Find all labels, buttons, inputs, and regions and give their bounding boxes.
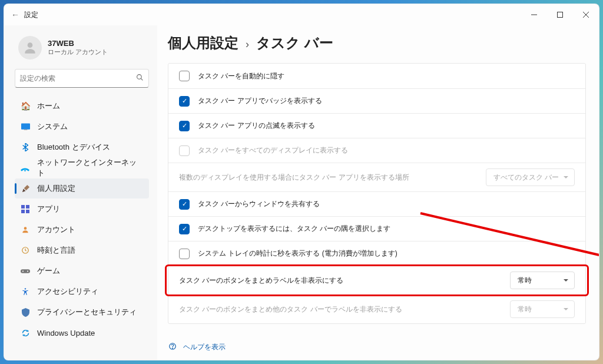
checkbox-off[interactable] — [179, 71, 190, 81]
checkbox-off[interactable] — [179, 249, 190, 259]
svg-rect-1 — [558, 12, 563, 18]
feedback-icon — [168, 360, 177, 360]
nav-home[interactable]: 🏠ホーム — [15, 96, 149, 116]
checkbox-on[interactable]: ✓ — [179, 96, 190, 107]
row-label: システム トレイの時計に秒を表示する (電力消費が増加します) — [198, 249, 575, 259]
dropdown-value: すべてのタスク バー — [493, 173, 559, 183]
checkbox-on[interactable]: ✓ — [179, 121, 190, 131]
dropdown-multi-display: すべてのタスク バー — [486, 168, 575, 186]
window-title: 設定 — [24, 10, 38, 20]
row-share-window[interactable]: ✓ タスク バーからウィンドウを共有する — [168, 191, 585, 216]
nav-time[interactable]: 時刻と言語 — [15, 240, 149, 260]
nav-accounts[interactable]: アカウント — [15, 220, 149, 240]
svg-point-5 — [137, 75, 142, 80]
nav-label: Windows Update — [37, 329, 95, 337]
home-icon: 🏠 — [21, 101, 30, 111]
link-label: ヘルプを表示 — [183, 342, 226, 352]
svg-point-4 — [28, 42, 33, 48]
nav-label: アクセシビリティ — [37, 286, 98, 297]
footer-links: ヘルプを表示 フィードバックの送信 — [168, 338, 586, 360]
row-combine-labels[interactable]: タスク バーのボタンをまとめラベルを非表示にする 常時 — [168, 266, 585, 294]
svg-point-14 — [24, 227, 27, 230]
account-block[interactable]: 37WEB ローカル アカウント — [15, 30, 153, 69]
apps-icon — [21, 204, 30, 214]
nav-accessibility[interactable]: アクセシビリティ — [15, 282, 149, 302]
row-label: タスク バーを自動的に隠す — [198, 71, 575, 81]
nav-label: Bluetooth とデバイス — [37, 142, 110, 153]
breadcrumb-parent[interactable]: 個人用設定 — [168, 34, 238, 52]
nav-label: 個人用設定 — [37, 183, 75, 194]
settings-panel: タスク バーを自動的に隠す ✓ タスク バー アプリでバッジを表示する ✓ タス… — [168, 63, 586, 324]
row-show-seconds[interactable]: システム トレイの時計に秒を表示する (電力消費が増加します) — [168, 241, 585, 266]
help-link[interactable]: ヘルプを表示 — [168, 338, 586, 356]
svg-point-9 — [25, 170, 26, 171]
svg-point-17 — [22, 270, 24, 272]
nav-list: 🏠ホーム システム Bluetooth とデバイス ネットワークとインターネット… — [15, 96, 153, 343]
checkbox-disabled — [179, 145, 190, 156]
system-icon — [21, 122, 30, 131]
dropdown-value: 常時 — [518, 305, 532, 315]
row-combine-labels-other: タスク バーのボタンをまとめ他のタスク バーでラベルを非表示にする 常時 — [168, 294, 585, 323]
search-input[interactable] — [20, 74, 136, 82]
personalization-icon — [21, 184, 30, 193]
row-label: デスクトップを表示するには、タスク バーの隅を選択します — [198, 224, 575, 234]
breadcrumb-current: タスク バー — [256, 34, 333, 52]
row-label: タスク バーからウィンドウを共有する — [198, 199, 575, 209]
nav-system[interactable]: システム — [15, 117, 149, 137]
nav-label: ネットワークとインターネット — [37, 157, 143, 178]
svg-point-18 — [27, 270, 28, 272]
row-label: タスク バーのボタンをまとめラベルを非表示にする — [179, 276, 502, 286]
avatar — [18, 36, 42, 59]
account-name: 37WEB — [48, 39, 108, 48]
privacy-icon — [21, 307, 30, 317]
bluetooth-icon — [21, 143, 30, 152]
nav-label: アプリ — [37, 204, 60, 214]
link-label: フィードバックの送信 — [183, 360, 254, 360]
row-show-desktop[interactable]: ✓ デスクトップを表示するには、タスク バーの隅を選択します — [168, 216, 585, 241]
row-label: 複数のディスプレイを使用する場合にタスク バー アプリを表示する場所 — [179, 173, 478, 183]
row-badges[interactable]: ✓ タスク バー アプリでバッジを表示する — [168, 88, 585, 113]
svg-rect-13 — [26, 210, 29, 213]
checkbox-on[interactable]: ✓ — [179, 199, 190, 210]
nav-bluetooth[interactable]: Bluetooth とデバイス — [15, 137, 149, 157]
back-button[interactable]: ← — [11, 10, 24, 19]
titlebar: ← 設定 — [4, 4, 599, 25]
nav-personalization[interactable]: 個人用設定 — [15, 178, 149, 198]
svg-point-19 — [25, 288, 26, 289]
row-flashing[interactable]: ✓ タスク バー アプリの点滅を表示する — [168, 113, 585, 138]
close-button[interactable] — [573, 4, 599, 25]
nav-gaming[interactable]: ゲーム — [15, 261, 149, 281]
accounts-icon — [21, 225, 30, 234]
svg-rect-12 — [21, 210, 25, 213]
nav-label: ゲーム — [37, 266, 60, 276]
svg-rect-10 — [21, 205, 25, 209]
update-icon — [21, 328, 30, 337]
nav-label: ホーム — [37, 101, 60, 111]
minimize-button[interactable] — [521, 4, 547, 25]
row-label: タスク バーのボタンをまとめ他のタスク バーでラベルを非表示にする — [179, 305, 502, 315]
maximize-button[interactable] — [547, 4, 573, 25]
account-subtitle: ローカル アカウント — [48, 48, 108, 57]
nav-network[interactable]: ネットワークとインターネット — [15, 158, 149, 178]
row-label: タスク バー アプリの点滅を表示する — [198, 121, 575, 131]
search-icon — [136, 74, 144, 83]
svg-rect-11 — [26, 205, 29, 209]
settings-window: ← 設定 37WEB ローカル アカウント — [4, 4, 599, 360]
nav-update[interactable]: Windows Update — [15, 323, 149, 343]
svg-rect-8 — [24, 130, 27, 130]
row-all-displays: タスク バーをすべてのディスプレイに表示する — [168, 138, 585, 163]
checkbox-on[interactable]: ✓ — [179, 224, 190, 234]
breadcrumb: 個人用設定 › タスク バー — [168, 34, 586, 52]
nav-privacy[interactable]: プライバシーとセキュリティ — [15, 302, 149, 322]
row-auto-hide[interactable]: タスク バーを自動的に隠す — [168, 64, 585, 88]
nav-apps[interactable]: アプリ — [15, 199, 149, 219]
main-panel: 個人用設定 › タスク バー タスク バーを自動的に隠す ✓ タスク バー アプ… — [157, 25, 599, 360]
nav-label: アカウント — [37, 224, 75, 235]
dropdown-combine-labels[interactable]: 常時 — [510, 272, 575, 289]
feedback-link[interactable]: フィードバックの送信 — [168, 356, 586, 360]
row-label: タスク バーをすべてのディスプレイに表示する — [198, 145, 575, 155]
dropdown-value: 常時 — [518, 276, 532, 286]
search-box[interactable] — [15, 69, 149, 88]
time-icon — [21, 246, 30, 255]
accessibility-icon — [21, 287, 30, 296]
